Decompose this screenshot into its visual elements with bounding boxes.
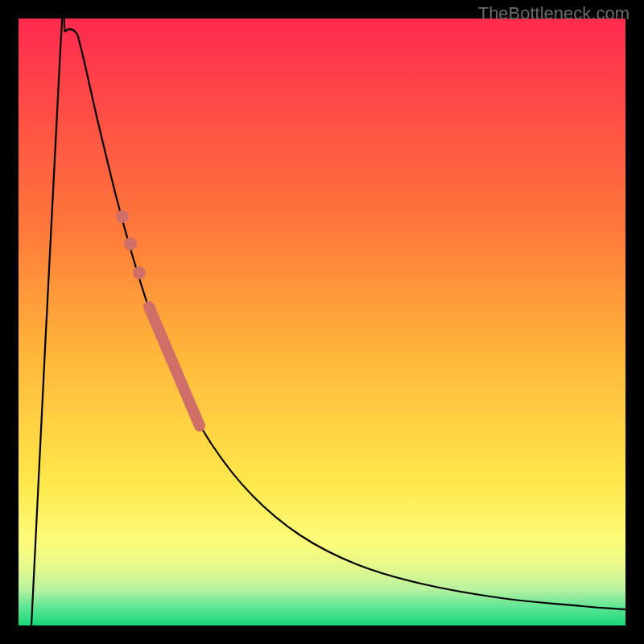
main-curve xyxy=(31,19,625,625)
highlight-segment xyxy=(149,307,200,426)
highlight-dots xyxy=(116,210,146,279)
highlight-dot xyxy=(116,210,129,223)
highlight-dot xyxy=(124,237,137,250)
highlight-dot xyxy=(133,266,146,279)
watermark-text: TheBottleneck.com xyxy=(478,3,630,24)
plot-area xyxy=(19,19,625,625)
curve-overlay xyxy=(19,19,625,625)
